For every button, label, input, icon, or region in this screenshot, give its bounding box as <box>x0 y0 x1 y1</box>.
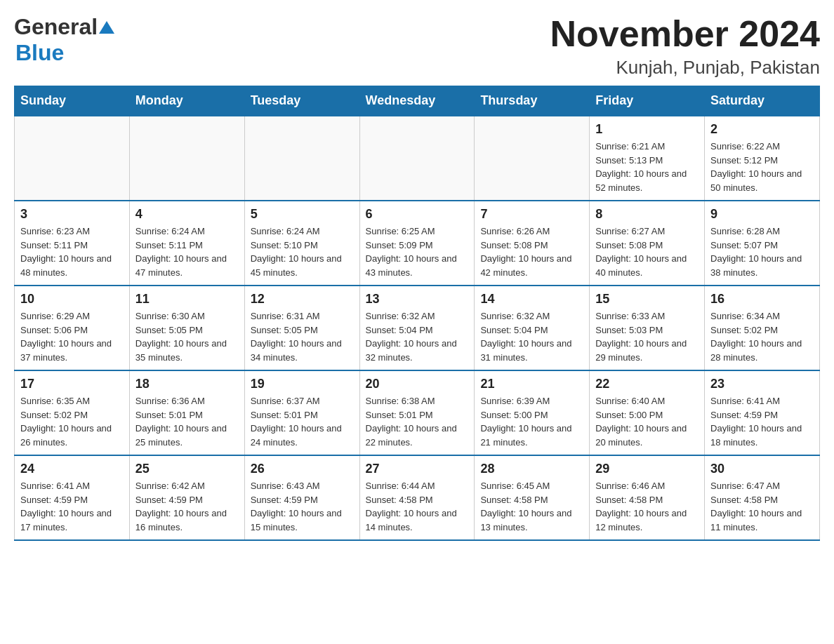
month-year-title: November 2024 <box>550 14 820 54</box>
calendar-day-cell: 4Sunrise: 6:24 AMSunset: 5:11 PMDaylight… <box>129 201 244 286</box>
day-number: 7 <box>480 207 583 222</box>
calendar-day-cell: 28Sunrise: 6:45 AMSunset: 4:58 PMDayligh… <box>475 455 590 540</box>
location-subtitle: Kunjah, Punjab, Pakistan <box>550 57 820 79</box>
calendar-day-cell: 2Sunrise: 6:22 AMSunset: 5:12 PMDaylight… <box>705 116 820 201</box>
day-info: Sunrise: 6:29 AMSunset: 5:06 PMDaylight:… <box>20 309 124 364</box>
day-info: Sunrise: 6:46 AMSunset: 4:58 PMDaylight:… <box>595 479 699 534</box>
day-info: Sunrise: 6:38 AMSunset: 5:01 PMDaylight:… <box>366 394 469 449</box>
calendar-day-cell <box>129 116 244 201</box>
day-number: 26 <box>251 462 354 476</box>
day-info: Sunrise: 6:39 AMSunset: 5:00 PMDaylight:… <box>480 394 583 449</box>
weekday-header-row: SundayMondayTuesdayWednesdayThursdayFrid… <box>15 86 820 116</box>
day-number: 28 <box>480 462 583 476</box>
day-info: Sunrise: 6:42 AMSunset: 4:59 PMDaylight:… <box>135 479 239 534</box>
day-number: 13 <box>366 292 469 307</box>
calendar-week-row: 17Sunrise: 6:35 AMSunset: 5:02 PMDayligh… <box>15 370 820 455</box>
day-info: Sunrise: 6:34 AMSunset: 5:02 PMDaylight:… <box>710 309 814 364</box>
calendar-day-cell: 24Sunrise: 6:41 AMSunset: 4:59 PMDayligh… <box>15 455 130 540</box>
weekday-header-friday: Friday <box>590 86 705 116</box>
day-number: 3 <box>20 207 124 222</box>
day-info: Sunrise: 6:28 AMSunset: 5:07 PMDaylight:… <box>710 224 814 279</box>
calendar-day-cell: 26Sunrise: 6:43 AMSunset: 4:59 PMDayligh… <box>244 455 359 540</box>
day-number: 21 <box>480 377 583 391</box>
logo-general-text: General <box>14 14 98 40</box>
day-number: 19 <box>251 377 354 391</box>
calendar-day-cell: 7Sunrise: 6:26 AMSunset: 5:08 PMDaylight… <box>475 201 590 286</box>
day-number: 25 <box>135 462 239 476</box>
calendar-day-cell: 10Sunrise: 6:29 AMSunset: 5:06 PMDayligh… <box>15 286 130 370</box>
calendar-day-cell: 15Sunrise: 6:33 AMSunset: 5:03 PMDayligh… <box>590 286 705 370</box>
day-info: Sunrise: 6:24 AMSunset: 5:11 PMDaylight:… <box>135 224 239 279</box>
day-number: 17 <box>20 377 124 391</box>
day-number: 9 <box>710 207 814 222</box>
page-header: General Blue November 2024 Kunjah, Punja… <box>14 14 820 79</box>
calendar-day-cell: 6Sunrise: 6:25 AMSunset: 5:09 PMDaylight… <box>359 201 475 286</box>
calendar-day-cell <box>15 116 130 201</box>
day-number: 30 <box>710 462 814 476</box>
calendar-table: SundayMondayTuesdayWednesdayThursdayFrid… <box>14 86 820 541</box>
weekday-header-tuesday: Tuesday <box>244 86 359 116</box>
day-number: 10 <box>20 292 124 307</box>
title-block: November 2024 Kunjah, Punjab, Pakistan <box>550 14 820 79</box>
day-info: Sunrise: 6:22 AMSunset: 5:12 PMDaylight:… <box>710 140 814 194</box>
calendar-day-cell: 12Sunrise: 6:31 AMSunset: 5:05 PMDayligh… <box>244 286 359 370</box>
day-info: Sunrise: 6:36 AMSunset: 5:01 PMDaylight:… <box>135 394 239 449</box>
day-number: 18 <box>135 377 239 391</box>
day-info: Sunrise: 6:23 AMSunset: 5:11 PMDaylight:… <box>20 224 124 279</box>
calendar-week-row: 3Sunrise: 6:23 AMSunset: 5:11 PMDaylight… <box>15 201 820 286</box>
day-number: 27 <box>366 462 469 476</box>
svg-marker-0 <box>99 21 114 34</box>
calendar-day-cell: 11Sunrise: 6:30 AMSunset: 5:05 PMDayligh… <box>129 286 244 370</box>
calendar-day-cell: 3Sunrise: 6:23 AMSunset: 5:11 PMDaylight… <box>15 201 130 286</box>
day-info: Sunrise: 6:43 AMSunset: 4:59 PMDaylight:… <box>251 479 354 534</box>
day-number: 6 <box>366 207 469 222</box>
day-info: Sunrise: 6:25 AMSunset: 5:09 PMDaylight:… <box>366 224 469 279</box>
calendar-day-cell: 1Sunrise: 6:21 AMSunset: 5:13 PMDaylight… <box>590 116 705 201</box>
weekday-header-thursday: Thursday <box>475 86 590 116</box>
day-info: Sunrise: 6:31 AMSunset: 5:05 PMDaylight:… <box>251 309 354 364</box>
calendar-day-cell <box>475 116 590 201</box>
day-info: Sunrise: 6:41 AMSunset: 4:59 PMDaylight:… <box>710 394 814 449</box>
calendar-day-cell: 21Sunrise: 6:39 AMSunset: 5:00 PMDayligh… <box>475 370 590 455</box>
day-number: 1 <box>595 122 699 137</box>
day-number: 8 <box>595 207 699 222</box>
day-number: 15 <box>595 292 699 307</box>
day-number: 5 <box>251 207 354 222</box>
calendar-day-cell: 22Sunrise: 6:40 AMSunset: 5:00 PMDayligh… <box>590 370 705 455</box>
weekday-header-monday: Monday <box>129 86 244 116</box>
day-info: Sunrise: 6:32 AMSunset: 5:04 PMDaylight:… <box>366 309 469 364</box>
day-info: Sunrise: 6:40 AMSunset: 5:00 PMDaylight:… <box>595 394 699 449</box>
calendar-week-row: 24Sunrise: 6:41 AMSunset: 4:59 PMDayligh… <box>15 455 820 540</box>
day-number: 4 <box>135 207 239 222</box>
calendar-day-cell: 23Sunrise: 6:41 AMSunset: 4:59 PMDayligh… <box>705 370 820 455</box>
calendar-day-cell: 14Sunrise: 6:32 AMSunset: 5:04 PMDayligh… <box>475 286 590 370</box>
logo-triangle-icon <box>99 21 114 35</box>
calendar-day-cell: 17Sunrise: 6:35 AMSunset: 5:02 PMDayligh… <box>15 370 130 455</box>
day-number: 12 <box>251 292 354 307</box>
day-info: Sunrise: 6:27 AMSunset: 5:08 PMDaylight:… <box>595 224 699 279</box>
calendar-day-cell: 9Sunrise: 6:28 AMSunset: 5:07 PMDaylight… <box>705 201 820 286</box>
day-info: Sunrise: 6:35 AMSunset: 5:02 PMDaylight:… <box>20 394 124 449</box>
day-number: 24 <box>20 462 124 476</box>
logo-blue-text: Blue <box>15 40 64 65</box>
day-number: 11 <box>135 292 239 307</box>
day-info: Sunrise: 6:37 AMSunset: 5:01 PMDaylight:… <box>251 394 354 449</box>
calendar-day-cell: 30Sunrise: 6:47 AMSunset: 4:58 PMDayligh… <box>705 455 820 540</box>
day-number: 20 <box>366 377 469 391</box>
logo: General Blue <box>14 14 114 66</box>
day-info: Sunrise: 6:21 AMSunset: 5:13 PMDaylight:… <box>595 140 699 194</box>
calendar-day-cell <box>359 116 475 201</box>
day-info: Sunrise: 6:45 AMSunset: 4:58 PMDaylight:… <box>480 479 583 534</box>
day-info: Sunrise: 6:47 AMSunset: 4:58 PMDaylight:… <box>710 479 814 534</box>
day-number: 2 <box>710 122 814 137</box>
weekday-header-sunday: Sunday <box>15 86 130 116</box>
day-info: Sunrise: 6:44 AMSunset: 4:58 PMDaylight:… <box>366 479 469 534</box>
calendar-day-cell: 8Sunrise: 6:27 AMSunset: 5:08 PMDaylight… <box>590 201 705 286</box>
calendar-day-cell <box>244 116 359 201</box>
day-info: Sunrise: 6:33 AMSunset: 5:03 PMDaylight:… <box>595 309 699 364</box>
day-number: 23 <box>710 377 814 391</box>
calendar-day-cell: 19Sunrise: 6:37 AMSunset: 5:01 PMDayligh… <box>244 370 359 455</box>
day-info: Sunrise: 6:41 AMSunset: 4:59 PMDaylight:… <box>20 479 124 534</box>
calendar-day-cell: 27Sunrise: 6:44 AMSunset: 4:58 PMDayligh… <box>359 455 475 540</box>
day-info: Sunrise: 6:26 AMSunset: 5:08 PMDaylight:… <box>480 224 583 279</box>
